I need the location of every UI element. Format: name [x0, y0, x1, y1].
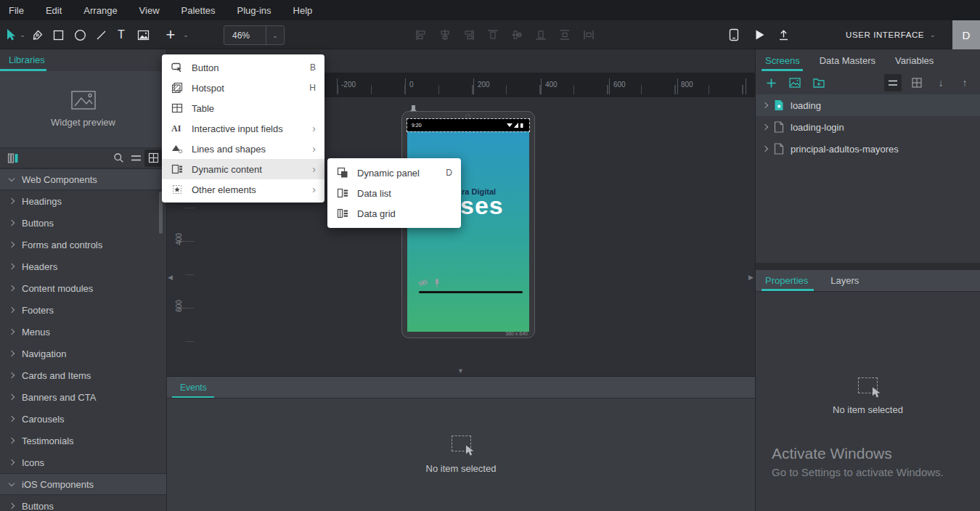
menu-item-dynamic-panel[interactable]: Dynamic panel D	[327, 163, 461, 183]
screen-item-loading-login[interactable]: loading-login	[756, 116, 980, 138]
menu-plugins[interactable]: Plug-ins	[237, 5, 271, 16]
watermark-title: Activate Windows	[772, 445, 944, 462]
phone-icon	[729, 28, 739, 41]
grid-view-button[interactable]	[144, 150, 162, 167]
tab-libraries[interactable]: Libraries	[9, 54, 45, 65]
rectangle-tool-button[interactable]	[51, 20, 65, 49]
menu-help[interactable]: Help	[293, 5, 313, 16]
text-tool-button[interactable]: T	[115, 20, 128, 49]
add-widget-tool-button[interactable]: +	[163, 20, 179, 49]
publish-button[interactable]	[775, 20, 791, 49]
plus-icon: +	[166, 25, 176, 44]
line-widget[interactable]	[419, 291, 523, 293]
align-middle-vertical-icon[interactable]	[511, 29, 523, 41]
image-tool-button[interactable]	[135, 20, 151, 49]
menu-item-lines-and-shapes[interactable]: Lines and shapes ›	[162, 139, 324, 159]
tab-layers[interactable]: Layers	[830, 275, 859, 286]
menu-view[interactable]: View	[139, 5, 160, 16]
menu-item-dynamic-content[interactable]: Dynamic content ›	[162, 159, 324, 179]
align-top-icon[interactable]	[487, 29, 499, 41]
list-view-button[interactable]	[127, 150, 144, 167]
library-section-headers[interactable]: Headers	[0, 256, 166, 277]
tab-properties[interactable]: Properties	[765, 275, 808, 286]
cursor-icon	[5, 28, 17, 41]
menu-edit[interactable]: Edit	[46, 5, 62, 16]
align-left-icon[interactable]	[415, 29, 427, 41]
user-avatar[interactable]: D	[952, 20, 980, 49]
menu-palettes[interactable]: Palettes	[181, 5, 216, 16]
menu-item-interactive-input-fields[interactable]: AI Interactive input fields ›	[162, 118, 324, 139]
library-selector-button[interactable]	[4, 150, 22, 167]
section-label: Banners and CTA	[22, 392, 96, 403]
section-label: Footers	[22, 305, 54, 316]
ellipse-tool-button[interactable]	[72, 20, 88, 49]
library-section-navigation[interactable]: Navigation	[0, 343, 166, 364]
library-section-web-components[interactable]: Web Components	[0, 168, 166, 190]
panel-divider[interactable]	[756, 263, 980, 270]
line-tool-button[interactable]	[94, 20, 108, 49]
screens-grid-view-button[interactable]	[908, 74, 926, 91]
menu-arrange[interactable]: Arrange	[83, 5, 117, 16]
status-time: 9:20	[412, 123, 422, 128]
library-section-ios-buttons[interactable]: Buttons	[0, 495, 166, 511]
distribute-horizontal-icon[interactable]	[583, 29, 595, 41]
user-interface-menu[interactable]: USER INTERFACE ⌄	[846, 20, 936, 49]
device-preview-button[interactable]	[727, 20, 741, 49]
menu-item-other-elements[interactable]: Other elements ›	[162, 179, 324, 200]
screen-item-loading[interactable]: ★ loading	[756, 94, 980, 116]
library-section-headings[interactable]: Headings	[0, 190, 166, 212]
library-section-cards-and-items[interactable]: Cards and Items	[0, 364, 166, 386]
select-tool-dropdown[interactable]: ⌄	[18, 20, 27, 49]
align-bottom-icon[interactable]	[535, 29, 547, 41]
add-template-button[interactable]	[786, 74, 804, 91]
menu-item-table[interactable]: Table	[162, 98, 324, 118]
menu-item-data-list[interactable]: Data list	[327, 183, 461, 203]
zoom-dropdown-arrow[interactable]: ⌄	[266, 26, 284, 44]
avatar-letter: D	[963, 29, 971, 41]
tab-events[interactable]: Events	[180, 383, 207, 393]
zoom-value[interactable]: 46%	[224, 26, 266, 44]
search-widgets-button[interactable]	[110, 150, 127, 167]
library-section-buttons[interactable]: Buttons	[0, 212, 166, 234]
no-item-selected-text: No item selected	[833, 404, 903, 415]
library-section-banners-and-cta[interactable]: Banners and CTA	[0, 386, 166, 408]
collapse-bottom-panel-handle[interactable]: ▼	[457, 368, 464, 375]
library-section-icons[interactable]: Icons	[0, 451, 166, 473]
library-section-carousels[interactable]: Carousels	[0, 408, 166, 430]
collapse-left-panel-handle[interactable]: ◀	[168, 274, 173, 281]
sort-down-button[interactable]: ↓	[932, 74, 950, 91]
library-section-content-modules[interactable]: Content modules	[0, 277, 166, 299]
text-tool-glyph: T	[118, 28, 125, 41]
tab-data-masters[interactable]: Data Masters	[820, 55, 875, 66]
select-tool-button[interactable]	[4, 20, 17, 49]
menu-item-button[interactable]: Button B	[162, 57, 324, 78]
screens-list-view-button[interactable]	[884, 74, 902, 91]
library-section-forms-and-controls[interactable]: Forms and controls	[0, 234, 166, 256]
sort-up-button[interactable]: ↑	[956, 74, 973, 91]
menu-file[interactable]: File	[9, 5, 24, 16]
library-section-footers[interactable]: Footers	[0, 299, 166, 321]
search-icon	[113, 152, 124, 163]
align-right-icon[interactable]	[463, 29, 475, 41]
simulate-button[interactable]	[752, 20, 767, 49]
add-folder-button[interactable]	[810, 74, 828, 91]
align-center-horizontal-icon[interactable]	[439, 29, 451, 41]
add-screen-button[interactable]	[762, 74, 780, 91]
collapse-right-panel-handle[interactable]: ▶	[748, 274, 754, 281]
tab-screens[interactable]: Screens	[765, 55, 800, 66]
library-section-menus[interactable]: Menus	[0, 321, 166, 343]
menu-item-hotspot[interactable]: Hotspot H	[162, 78, 324, 98]
menu-item-data-grid[interactable]: Data grid	[327, 203, 461, 224]
pen-tool-button[interactable]	[30, 20, 44, 49]
chevron-right-icon	[9, 285, 15, 291]
distribute-vertical-icon[interactable]	[559, 29, 571, 41]
library-section-ios-components[interactable]: iOS Components	[0, 473, 166, 495]
add-widget-dropdown[interactable]: ⌄	[181, 20, 190, 49]
libraries-tab-row: Libraries	[0, 49, 166, 71]
status-bar-widget[interactable]: 9:20	[407, 119, 529, 131]
zoom-control[interactable]: 46% ⌄	[224, 25, 285, 45]
section-label: Icons	[22, 457, 44, 468]
screen-item-principal-adultos-mayores[interactable]: principal-adultos-mayores	[756, 138, 980, 160]
library-section-testimonials[interactable]: Testimonials	[0, 430, 166, 451]
tab-variables[interactable]: Variables	[895, 55, 934, 66]
